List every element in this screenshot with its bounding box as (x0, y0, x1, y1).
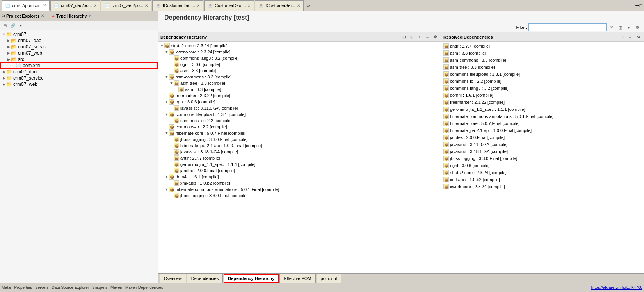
resolved-item-asm-commons[interactable]: 📦 asm-commons : 3.3 [compile] (441, 57, 644, 64)
bottom-tab-pom-xml[interactable]: pom.xml (317, 274, 342, 283)
close-tab-0[interactable]: ✕ (43, 3, 46, 7)
close-tab-4[interactable]: ✕ (247, 4, 251, 8)
toolbar-menu-button[interactable]: ▾ (17, 22, 24, 29)
close-tab-1[interactable]: ✕ (94, 4, 97, 8)
resolved-more-button[interactable]: ⚙ (635, 34, 642, 40)
resolved-item-asm-tree[interactable]: 📦 asm-tree : 3.3 [compile] (441, 64, 644, 71)
resolved-item-freemarker[interactable]: 📦 freemarker : 2.3.22 [compile] (441, 99, 644, 106)
status-datasource[interactable]: Data Source Explorer (52, 285, 89, 290)
tab-icustomer-dao[interactable]: ☕ ICustomerDao.... ✕ (152, 0, 203, 11)
resolved-item-hibernate-jpa[interactable]: 📦 hibernate-jpa-2.1-api : 1.0.0.Final [c… (441, 127, 644, 134)
type-hierarchy-close[interactable]: ✕ (89, 14, 92, 18)
resolved-item-javassist-311[interactable]: 📦 javassist : 3.11.0.GA [compile] (441, 141, 644, 148)
dep-item-ognl-child[interactable]: 📦 ognl : 3.0.6 [compile] (158, 61, 441, 68)
dep-item-struts2-core[interactable]: ▼ 📦 struts2-core : 2.3.24 [compile] (158, 43, 441, 49)
status-properties[interactable]: Properties (14, 285, 32, 290)
dep-item-antlr[interactable]: 📦 antlr : 2.7.7 [compile] (158, 155, 441, 161)
close-tab-2[interactable]: ✕ (145, 4, 148, 8)
filter-clear-button[interactable]: ✕ (608, 24, 615, 31)
resolved-item-antlr[interactable]: 📦 antlr : 2.7.7 [compile] (441, 43, 644, 50)
dep-item-javassist-311[interactable]: 📦 javassist : 3.11.0.GA [compile] (158, 105, 441, 111)
dep-item-freemarker[interactable]: 📦 freemarker : 2.3.22 [compile] (158, 93, 441, 99)
dep-item-commons-fileupload[interactable]: ▼ 📦 commons-fileupload : 1.3.1 [compile] (158, 111, 441, 118)
tree-item-crm07-web[interactable]: ▶ 📁 crm07_web (0, 81, 158, 87)
dep-item-commons-lang3[interactable]: 📦 commons-lang3 : 3.2 [compile] (158, 55, 441, 61)
dep-item-jboss-logging[interactable]: 📦 jboss-logging : 3.3.0.Final [compile] (158, 136, 441, 142)
filter-settings-button[interactable]: ⚙ (634, 24, 641, 31)
dep-item-ognl[interactable]: ▼ 📦 ognl : 3.0.6 [compile] (158, 99, 441, 105)
dep-item-commons-io-child[interactable]: 📦 commons-io : 2.2 [compile] (158, 118, 441, 124)
dep-item-asm-leaf[interactable]: 📦 asm : 3.3 [compile] (158, 86, 441, 93)
dep-option-button[interactable]: … (424, 34, 431, 40)
more-tabs-button[interactable]: » (304, 2, 312, 9)
resolved-item-hibernate-core[interactable]: 📦 hibernate-core : 5.0.7.Final [compile] (441, 120, 644, 127)
status-snippets[interactable]: Snippets (92, 285, 107, 290)
resolved-item-jandex[interactable]: 📦 jandex : 2.0.0.Final [compile] (441, 134, 644, 141)
filter-option1-button[interactable]: ◫ (617, 24, 624, 31)
resolved-item-hibernate-commons[interactable]: 📦 hibernate-commons-annotations : 5.0.1.… (441, 113, 644, 120)
resolved-item-commons-io[interactable]: 📦 commons-io : 2.2 [compile] (441, 78, 644, 85)
dep-item-hibernate-core[interactable]: ▼ 📦 hibernate-core : 5.0.7.Final [compil… (158, 130, 441, 136)
dep-item-geronimo[interactable]: 📦 geronimo-jta_1.1_spec : 1.1.1 [compile… (158, 161, 441, 167)
tab-crm07-dao-po[interactable]: 📄 crm07_dao/po... ✕ (50, 0, 100, 11)
tree-item-crm07-web-child[interactable]: ▶ 📂 crm07_web (0, 50, 158, 56)
tree-item-src[interactable]: ▶ 📂 src (0, 56, 158, 62)
filter-input[interactable] (528, 23, 607, 31)
tree-item-crm07[interactable]: ▼ 📁 crm07 (0, 31, 158, 37)
maximize-button[interactable]: □ (640, 3, 642, 8)
dep-item-hibernate-jpa[interactable]: 📦 hibernate-jpa-2.1-api : 1.0.0.Final [c… (158, 142, 441, 149)
tab-customer-dao[interactable]: ☕ CustomerDao.... ✕ (204, 0, 254, 11)
filter-option2-button[interactable]: ▾ (625, 24, 632, 31)
dep-item-xml-apis[interactable]: 📦 xml-apis : 1.0.b2 [compile] (158, 180, 441, 186)
resolved-item-struts2-core[interactable]: 📦 struts2-core : 2.3.24 [compile] (441, 169, 644, 176)
bottom-tab-effective-pom[interactable]: Effective POM (279, 274, 315, 283)
resolved-item-commons-fileupload[interactable]: 📦 commons-fileupload : 1.3.1 [compile] (441, 71, 644, 78)
link-with-editor-button[interactable]: 🔗 (9, 22, 16, 29)
project-explorer-close[interactable]: ✕ (41, 14, 44, 18)
status-servers[interactable]: Servers (35, 285, 48, 290)
status-maven[interactable]: Maven (110, 285, 122, 290)
tab-crm07-web-po[interactable]: 📄 crm07_web/po... ✕ (101, 0, 151, 11)
dep-item-jboss-logging-2[interactable]: 📦 jboss-logging : 3.3.0.Final [compile] (158, 192, 441, 199)
resolved-sort-button[interactable]: ↕ (620, 34, 626, 40)
resolved-item-asm[interactable]: 📦 asm : 3.3 [compile] (441, 50, 644, 57)
tab-pom-xml[interactable]: 📄 crm07/pom.xml ✕ (2, 0, 50, 11)
tree-item-crm07-dao-child[interactable]: ▶ 📂 crm07_dao (0, 37, 158, 44)
tree-item-crm07-service[interactable]: ▶ 📁 crm07_service (0, 75, 158, 81)
resolved-item-jboss-logging[interactable]: 📦 jboss-logging : 3.3.0.Final [compile] (441, 155, 644, 162)
close-tab-5[interactable]: ✕ (297, 4, 300, 8)
dep-item-hibernate-commons[interactable]: ▼ 📦 hibernate-commons-annotations : 5.0.… (158, 186, 441, 192)
resolved-item-ognl[interactable]: 📦 ognl : 3.0.6 [compile] (441, 162, 644, 169)
dep-sort-button[interactable]: ↕ (416, 34, 423, 40)
status-url[interactable]: https://alclare.vin.hol... K4708 (591, 285, 642, 290)
resolved-option-button[interactable]: … (628, 34, 634, 40)
dep-item-asm-commons[interactable]: ▼ 📦 asm-commons : 3.3 [compile] (158, 74, 441, 80)
resolved-item-javassist-318[interactable]: 📦 javassist : 3.18.1-GA [compile] (441, 148, 644, 155)
bottom-tab-dependencies[interactable]: Dependencies (187, 274, 223, 283)
resolved-item-dom4j[interactable]: 📦 dom4j : 1.6.1 [compile] (441, 92, 644, 99)
dep-item-jandex[interactable]: 📦 jandex : 2.0.0.Final [compile] (158, 167, 441, 174)
dep-item-dom4j[interactable]: ▼ 📦 dom4j : 1.6.1 [compile] (158, 174, 441, 180)
resolved-item-xml-apis[interactable]: 📦 xml-apis : 1.0.b2 [compile] (441, 176, 644, 183)
tree-item-pom-xml[interactable]: 📄 pom.xml (0, 62, 158, 69)
dep-item-asm-tree[interactable]: ▼ 📦 asm-tree : 3.3 [compile] (158, 80, 441, 86)
bottom-tab-overview[interactable]: Overview (160, 274, 186, 283)
dep-collapse-button[interactable]: ⊟ (401, 34, 407, 40)
bottom-tab-dep-hierarchy[interactable]: Dependency Hierarchy (224, 274, 279, 283)
status-make[interactable]: Make (2, 285, 11, 290)
status-maven-deps[interactable]: Maven Dependencies (125, 285, 163, 290)
close-tab-3[interactable]: ✕ (197, 4, 200, 8)
tab-icustomer-ser[interactable]: ☕ ICustomerSer... ✕ (255, 0, 303, 11)
dep-item-xwork-core[interactable]: ▼ 📦 xwork-core : 2.3.24 [compile] (158, 49, 441, 55)
resolved-item-xwork-core[interactable]: 📦 xwork-core : 2.3.24 [compile] (441, 183, 644, 190)
dep-expand-button[interactable]: ⊞ (409, 34, 415, 40)
collapse-all-button[interactable]: ⊟ (2, 22, 9, 29)
resolved-item-geronimo[interactable]: 📦 geronimo-jta_1.1_spec : 1.1.1 [compile… (441, 106, 644, 113)
tree-item-crm07-dao[interactable]: ▶ 📁 crm07_dao (0, 69, 158, 75)
dep-item-commons-io[interactable]: 📦 commons-io : 2.2 [compile] (158, 124, 441, 130)
resolved-item-commons-lang3[interactable]: 📦 commons-lang3 : 3.2 [compile] (441, 85, 644, 92)
minimize-button[interactable]: ─ (635, 3, 639, 8)
dep-item-javassist-318[interactable]: 📦 javassist : 3.18.1-GA [compile] (158, 149, 441, 155)
tree-item-crm07-service-child[interactable]: ▶ 📂 crm07_service (0, 44, 158, 50)
dep-item-asm-child[interactable]: 📦 asm : 3.3 [compile] (158, 68, 441, 74)
